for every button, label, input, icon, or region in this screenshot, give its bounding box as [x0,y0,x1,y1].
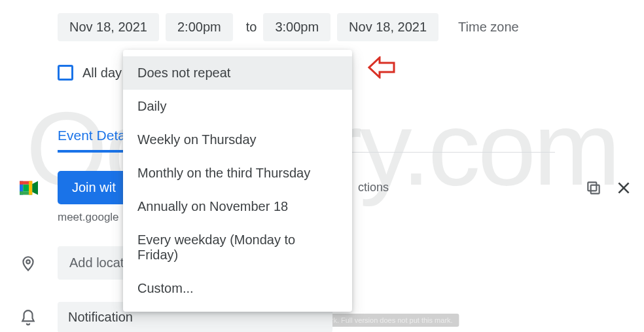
svg-point-10 [26,260,29,263]
timezone-link[interactable]: Time zone [458,20,519,35]
svg-rect-6 [591,185,599,193]
end-date-chip[interactable]: Nov 18, 2021 [337,13,438,41]
start-time-chip[interactable]: 2:00pm [166,13,233,41]
svg-marker-4 [32,181,38,194]
repeat-option-weekly[interactable]: Weekly on Thursday [123,123,352,157]
tab-event-details[interactable]: Event Detai [58,128,129,153]
join-meet-button[interactable]: Join wit [58,171,130,204]
repeat-option-monthly[interactable]: Monthly on the third Thursday [123,157,352,190]
svg-rect-5 [23,184,29,191]
svg-rect-7 [588,182,596,191]
bell-icon [20,309,37,326]
location-pin-icon [20,255,37,272]
repeat-option-does-not-repeat[interactable]: Does not repeat [123,56,352,90]
end-time-chip[interactable]: 3:00pm [263,13,331,41]
start-date-chip[interactable]: Nov 18, 2021 [58,13,159,41]
repeat-option-custom[interactable]: Custom... [123,272,352,305]
copy-icon[interactable] [585,179,602,196]
repeat-dropdown: Does not repeat Daily Weekly on Thursday… [123,50,352,312]
repeat-option-daily[interactable]: Daily [123,90,352,123]
svg-rect-3 [29,181,32,194]
google-meet-icon [20,181,38,195]
all-day-label: All day [82,65,122,81]
repeat-option-weekday[interactable]: Every weekday (Monday to Friday) [123,223,352,272]
all-day-checkbox[interactable] [58,65,73,81]
annotation-arrow-icon [368,56,395,81]
repeat-option-annually[interactable]: Annually on November 18 [123,190,352,223]
notification-label: Notification [68,310,133,325]
datetime-row: Nov 18, 2021 2:00pm to 3:00pm Nov 18, 20… [58,13,632,41]
close-icon[interactable] [615,179,632,196]
to-label: to [246,20,257,35]
connections-text: ctions [358,181,389,194]
